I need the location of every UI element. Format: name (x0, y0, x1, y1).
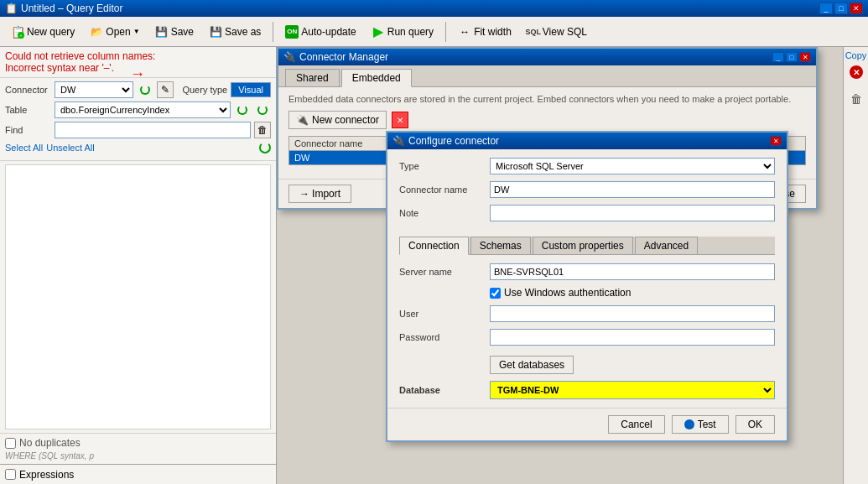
view-sql-button[interactable]: SQL View SQL (521, 20, 593, 44)
note-input[interactable] (490, 205, 775, 221)
connector-manager-title: Connector Manager (299, 51, 388, 63)
ok-label: OK (748, 419, 762, 430)
configure-close-button[interactable]: ✕ (770, 136, 782, 146)
save-button[interactable]: 💾 Save (149, 20, 200, 44)
expressions-bar: Expressions (0, 464, 276, 484)
connector-refresh-button[interactable] (137, 81, 153, 98)
connector-manager-info: Embedded data connectors are stored in t… (288, 94, 806, 104)
tab-embedded[interactable]: Embedded (341, 69, 412, 87)
database-select[interactable]: TGM-BNE-DW (490, 381, 775, 399)
left-panel: Could not retrieve column names:Incorrec… (0, 47, 277, 484)
no-duplicates-checkbox[interactable] (5, 438, 16, 449)
configure-connector-title-bar: 🔌 Configure connector ✕ (387, 133, 787, 149)
windows-auth-row: Use Windows authentication (399, 287, 775, 299)
run-query-button[interactable]: ▶ Run query (366, 20, 439, 44)
title-bar: 📋 Untitled – Query Editor _ □ ✕ (0, 0, 868, 17)
find-label: Find (5, 125, 51, 135)
connector-manager-close[interactable]: ✕ (799, 52, 811, 62)
connector-refresh-icon (140, 85, 150, 95)
window-title: Untitled – Query Editor (21, 3, 122, 14)
connector-manager-maximize[interactable]: □ (786, 52, 798, 62)
import-label: Import (312, 188, 340, 200)
test-button[interactable]: Test (672, 415, 729, 434)
minimize-button[interactable]: _ (819, 3, 833, 14)
query-type-label: Query type (177, 85, 227, 95)
open-button[interactable]: 📂 Open ▼ (84, 20, 145, 44)
tab-connection[interactable]: Connection (399, 237, 469, 255)
table-settings-icon (257, 105, 268, 115)
find-clear-button[interactable]: 🗑 (254, 122, 271, 138)
copy-close-icon[interactable]: ✕ (850, 65, 863, 79)
tab-schemas[interactable]: Schemas (470, 237, 531, 254)
type-select[interactable]: Microsoft SQL Server (490, 158, 775, 174)
delete-connector-icon: ✕ (397, 116, 403, 125)
connector-name-label: Connector name (399, 185, 483, 195)
run-query-icon: ▶ (372, 25, 385, 39)
error-arrow: → (130, 65, 145, 83)
save-as-button[interactable]: 💾 Save as (203, 20, 267, 44)
ok-button[interactable]: OK (735, 415, 775, 434)
test-label: Test (698, 419, 716, 430)
select-all-link[interactable]: Select All (5, 143, 43, 153)
configure-connector-body: Type Microsoft SQL Server Connector name… (387, 149, 787, 237)
connector-manager-minimize[interactable]: _ (772, 52, 784, 62)
expressions-checkbox[interactable] (5, 469, 16, 480)
right-panel: Copy ✕ 🗑 (843, 47, 868, 484)
password-input[interactable] (490, 329, 775, 346)
password-label: Password (399, 332, 483, 342)
server-name-input[interactable] (490, 263, 775, 280)
tab-advanced[interactable]: Advanced (635, 237, 698, 254)
save-as-icon: 💾 (209, 25, 222, 39)
new-query-button[interactable]: 📋 + New query (5, 20, 81, 44)
open-dropdown-icon[interactable]: ▼ (133, 28, 140, 35)
configure-icon: 🔌 (392, 135, 405, 147)
new-connector-button[interactable]: 🔌 New connector (288, 111, 387, 129)
run-query-label: Run query (387, 26, 434, 38)
visual-button[interactable]: Visual (231, 82, 271, 97)
get-databases-label: Get databases (499, 359, 564, 371)
configure-connector-footer: Cancel Test OK (387, 408, 787, 440)
windows-auth-label: Use Windows authentication (490, 287, 631, 299)
type-row: Type Microsoft SQL Server (399, 158, 775, 174)
connector-name-input[interactable] (490, 181, 775, 198)
column-list[interactable] (5, 164, 271, 429)
auto-update-button[interactable]: ON Auto-update (279, 20, 361, 44)
no-duplicates-label: No duplicates (19, 437, 81, 449)
toolbar-separator-2 (445, 22, 446, 42)
cancel-button[interactable]: Cancel (608, 415, 664, 434)
note-label: Note (399, 208, 483, 218)
unselect-all-link[interactable]: Unselect All (46, 143, 94, 153)
windows-auth-checkbox[interactable] (490, 288, 501, 299)
right-trash-icon[interactable]: 🗑 (848, 91, 865, 107)
save-label: Save (171, 26, 194, 38)
table-refresh-button[interactable] (234, 101, 251, 118)
new-connector-label: New connector (312, 114, 379, 126)
test-icon (684, 419, 694, 429)
table-select[interactable]: dbo.ForeignCurrencyIndex (55, 101, 231, 118)
close-button[interactable]: ✕ (850, 3, 863, 14)
find-input[interactable] (55, 122, 251, 138)
bottom-left: No duplicates WHERE (SQL syntax, p (0, 433, 276, 464)
fit-width-button[interactable]: ↔ Fit width (452, 20, 517, 44)
table-settings-button[interactable] (254, 101, 271, 118)
copy-label[interactable]: Copy (845, 50, 867, 60)
app-icon: 📋 (5, 3, 18, 14)
delete-connector-button[interactable]: ✕ (392, 112, 408, 128)
configure-connector-dialog: 🔌 Configure connector ✕ Type Microsoft S… (386, 131, 788, 442)
connector-edit-button[interactable]: ✎ (157, 81, 174, 98)
get-databases-button[interactable]: Get databases (490, 356, 574, 374)
maximize-button[interactable]: □ (834, 3, 848, 14)
save-icon: 💾 (155, 25, 169, 39)
connector-manager-tabs: Shared Embedded (278, 65, 816, 87)
connector-select[interactable]: DW (55, 81, 133, 98)
new-query-label: New query (27, 26, 75, 38)
cancel-label: Cancel (621, 419, 652, 430)
database-row: Database TGM-BNE-DW (399, 381, 775, 399)
import-button[interactable]: → Import (288, 185, 351, 203)
user-input[interactable] (490, 305, 775, 322)
view-sql-label: View SQL (543, 26, 587, 38)
tab-shared[interactable]: Shared (285, 69, 340, 86)
fit-width-icon: ↔ (458, 25, 471, 39)
toolbar-separator-1 (273, 22, 273, 42)
tab-custom-properties[interactable]: Custom properties (533, 237, 633, 254)
